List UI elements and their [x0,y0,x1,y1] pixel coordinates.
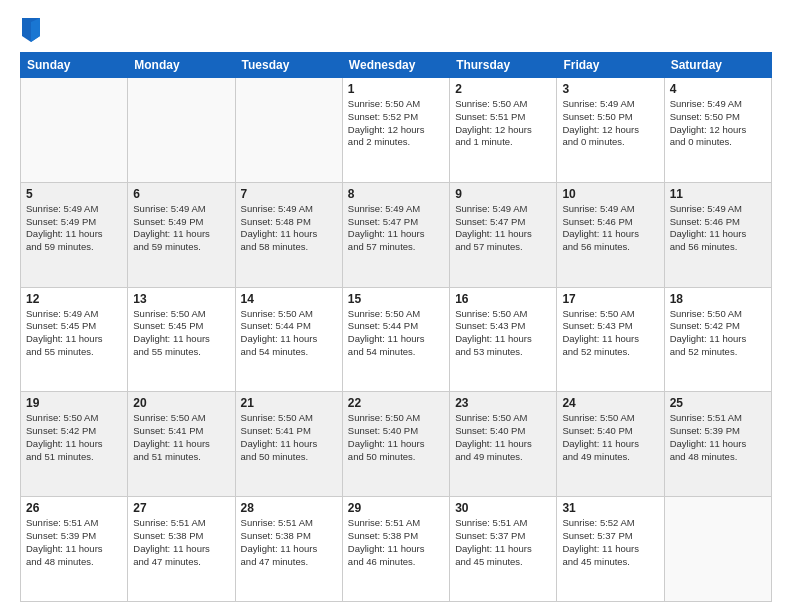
cell-sun-info: Sunrise: 5:49 AM Sunset: 5:46 PM Dayligh… [562,203,658,254]
cell-sun-info: Sunrise: 5:50 AM Sunset: 5:43 PM Dayligh… [455,308,551,359]
cell-sun-info: Sunrise: 5:51 AM Sunset: 5:39 PM Dayligh… [26,517,122,568]
cell-sun-info: Sunrise: 5:49 AM Sunset: 5:47 PM Dayligh… [455,203,551,254]
day-number: 7 [241,187,337,201]
day-number: 11 [670,187,766,201]
calendar-cell [664,497,771,602]
day-number: 24 [562,396,658,410]
calendar-cell: 18Sunrise: 5:50 AM Sunset: 5:42 PM Dayli… [664,287,771,392]
calendar-cell: 10Sunrise: 5:49 AM Sunset: 5:46 PM Dayli… [557,182,664,287]
calendar-cell [21,78,128,183]
calendar-cell: 29Sunrise: 5:51 AM Sunset: 5:38 PM Dayli… [342,497,449,602]
day-number: 26 [26,501,122,515]
weekday-header: Tuesday [235,53,342,78]
calendar-cell: 12Sunrise: 5:49 AM Sunset: 5:45 PM Dayli… [21,287,128,392]
calendar-cell: 7Sunrise: 5:49 AM Sunset: 5:48 PM Daylig… [235,182,342,287]
calendar-cell: 5Sunrise: 5:49 AM Sunset: 5:49 PM Daylig… [21,182,128,287]
weekday-header: Wednesday [342,53,449,78]
calendar-cell [235,78,342,183]
cell-sun-info: Sunrise: 5:50 AM Sunset: 5:43 PM Dayligh… [562,308,658,359]
calendar-cell: 15Sunrise: 5:50 AM Sunset: 5:44 PM Dayli… [342,287,449,392]
calendar-cell: 8Sunrise: 5:49 AM Sunset: 5:47 PM Daylig… [342,182,449,287]
calendar-cell: 31Sunrise: 5:52 AM Sunset: 5:37 PM Dayli… [557,497,664,602]
logo [20,18,46,42]
cell-sun-info: Sunrise: 5:51 AM Sunset: 5:38 PM Dayligh… [348,517,444,568]
calendar-week-row: 5Sunrise: 5:49 AM Sunset: 5:49 PM Daylig… [21,182,772,287]
weekday-header: Thursday [450,53,557,78]
calendar-cell: 27Sunrise: 5:51 AM Sunset: 5:38 PM Dayli… [128,497,235,602]
calendar-cell: 30Sunrise: 5:51 AM Sunset: 5:37 PM Dayli… [450,497,557,602]
weekday-header: Monday [128,53,235,78]
calendar-cell: 26Sunrise: 5:51 AM Sunset: 5:39 PM Dayli… [21,497,128,602]
calendar-week-row: 1Sunrise: 5:50 AM Sunset: 5:52 PM Daylig… [21,78,772,183]
day-number: 17 [562,292,658,306]
day-number: 16 [455,292,551,306]
calendar-week-row: 12Sunrise: 5:49 AM Sunset: 5:45 PM Dayli… [21,287,772,392]
cell-sun-info: Sunrise: 5:50 AM Sunset: 5:52 PM Dayligh… [348,98,444,149]
calendar-week-row: 19Sunrise: 5:50 AM Sunset: 5:42 PM Dayli… [21,392,772,497]
calendar-cell: 11Sunrise: 5:49 AM Sunset: 5:46 PM Dayli… [664,182,771,287]
cell-sun-info: Sunrise: 5:49 AM Sunset: 5:50 PM Dayligh… [562,98,658,149]
weekday-header: Saturday [664,53,771,78]
day-number: 1 [348,82,444,96]
day-number: 19 [26,396,122,410]
weekday-header: Sunday [21,53,128,78]
cell-sun-info: Sunrise: 5:50 AM Sunset: 5:42 PM Dayligh… [26,412,122,463]
cell-sun-info: Sunrise: 5:49 AM Sunset: 5:49 PM Dayligh… [133,203,229,254]
logo-icon [22,18,40,42]
day-number: 27 [133,501,229,515]
header-row: SundayMondayTuesdayWednesdayThursdayFrid… [21,53,772,78]
calendar-cell: 23Sunrise: 5:50 AM Sunset: 5:40 PM Dayli… [450,392,557,497]
day-number: 3 [562,82,658,96]
day-number: 23 [455,396,551,410]
calendar-cell: 6Sunrise: 5:49 AM Sunset: 5:49 PM Daylig… [128,182,235,287]
cell-sun-info: Sunrise: 5:50 AM Sunset: 5:44 PM Dayligh… [348,308,444,359]
calendar-cell: 19Sunrise: 5:50 AM Sunset: 5:42 PM Dayli… [21,392,128,497]
calendar-cell: 28Sunrise: 5:51 AM Sunset: 5:38 PM Dayli… [235,497,342,602]
calendar-cell: 22Sunrise: 5:50 AM Sunset: 5:40 PM Dayli… [342,392,449,497]
calendar-cell: 14Sunrise: 5:50 AM Sunset: 5:44 PM Dayli… [235,287,342,392]
calendar-cell: 24Sunrise: 5:50 AM Sunset: 5:40 PM Dayli… [557,392,664,497]
cell-sun-info: Sunrise: 5:50 AM Sunset: 5:45 PM Dayligh… [133,308,229,359]
cell-sun-info: Sunrise: 5:49 AM Sunset: 5:49 PM Dayligh… [26,203,122,254]
day-number: 13 [133,292,229,306]
calendar-cell: 9Sunrise: 5:49 AM Sunset: 5:47 PM Daylig… [450,182,557,287]
day-number: 12 [26,292,122,306]
calendar-cell: 3Sunrise: 5:49 AM Sunset: 5:50 PM Daylig… [557,78,664,183]
cell-sun-info: Sunrise: 5:50 AM Sunset: 5:44 PM Dayligh… [241,308,337,359]
calendar-week-row: 26Sunrise: 5:51 AM Sunset: 5:39 PM Dayli… [21,497,772,602]
day-number: 25 [670,396,766,410]
day-number: 29 [348,501,444,515]
cell-sun-info: Sunrise: 5:50 AM Sunset: 5:51 PM Dayligh… [455,98,551,149]
page: SundayMondayTuesdayWednesdayThursdayFrid… [0,0,792,612]
day-number: 21 [241,396,337,410]
day-number: 31 [562,501,658,515]
calendar-cell: 1Sunrise: 5:50 AM Sunset: 5:52 PM Daylig… [342,78,449,183]
cell-sun-info: Sunrise: 5:50 AM Sunset: 5:41 PM Dayligh… [241,412,337,463]
day-number: 15 [348,292,444,306]
cell-sun-info: Sunrise: 5:50 AM Sunset: 5:40 PM Dayligh… [455,412,551,463]
calendar-cell [128,78,235,183]
cell-sun-info: Sunrise: 5:49 AM Sunset: 5:48 PM Dayligh… [241,203,337,254]
day-number: 8 [348,187,444,201]
svg-marker-1 [31,18,40,42]
calendar-cell: 16Sunrise: 5:50 AM Sunset: 5:43 PM Dayli… [450,287,557,392]
cell-sun-info: Sunrise: 5:51 AM Sunset: 5:37 PM Dayligh… [455,517,551,568]
day-number: 4 [670,82,766,96]
calendar-cell: 25Sunrise: 5:51 AM Sunset: 5:39 PM Dayli… [664,392,771,497]
day-number: 6 [133,187,229,201]
cell-sun-info: Sunrise: 5:49 AM Sunset: 5:45 PM Dayligh… [26,308,122,359]
calendar-table: SundayMondayTuesdayWednesdayThursdayFrid… [20,52,772,602]
day-number: 18 [670,292,766,306]
weekday-header: Friday [557,53,664,78]
calendar-cell: 20Sunrise: 5:50 AM Sunset: 5:41 PM Dayli… [128,392,235,497]
cell-sun-info: Sunrise: 5:51 AM Sunset: 5:38 PM Dayligh… [241,517,337,568]
cell-sun-info: Sunrise: 5:50 AM Sunset: 5:40 PM Dayligh… [348,412,444,463]
day-number: 14 [241,292,337,306]
cell-sun-info: Sunrise: 5:50 AM Sunset: 5:42 PM Dayligh… [670,308,766,359]
calendar-cell: 17Sunrise: 5:50 AM Sunset: 5:43 PM Dayli… [557,287,664,392]
day-number: 10 [562,187,658,201]
day-number: 30 [455,501,551,515]
cell-sun-info: Sunrise: 5:51 AM Sunset: 5:39 PM Dayligh… [670,412,766,463]
day-number: 2 [455,82,551,96]
day-number: 22 [348,396,444,410]
